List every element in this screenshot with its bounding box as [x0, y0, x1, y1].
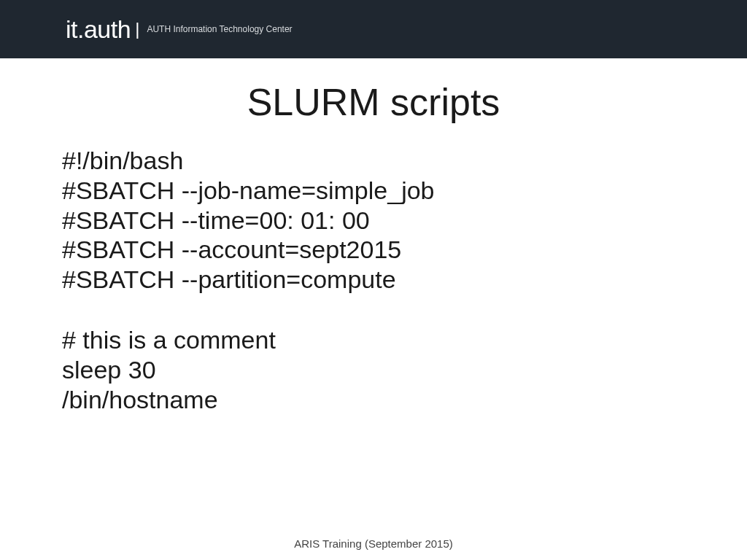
- script-block-2: # this is a comment sleep 30 /bin/hostna…: [62, 325, 685, 414]
- content-area: #!/bin/bash #SBATCH --job-name=simple_jo…: [0, 146, 747, 414]
- script-line: #!/bin/bash: [62, 146, 685, 176]
- script-line: #SBATCH --time=00: 01: 00: [62, 206, 685, 236]
- logo-separator: |: [135, 19, 139, 39]
- logo-it: it: [66, 15, 77, 44]
- script-line: #SBATCH --partition=compute: [62, 265, 685, 295]
- script-line: # this is a comment: [62, 325, 685, 355]
- footer-text: ARIS Training (September 2015): [294, 537, 453, 550]
- logo-dot: .: [77, 15, 84, 44]
- title-area: SLURM scripts: [0, 80, 747, 124]
- script-line: #SBATCH --job-name=simple_job: [62, 176, 685, 206]
- logo-auth: auth: [84, 15, 131, 44]
- footer: ARIS Training (September 2015): [0, 537, 747, 550]
- script-line: /bin/hostname: [62, 385, 685, 415]
- script-block-1: #!/bin/bash #SBATCH --job-name=simple_jo…: [62, 146, 685, 295]
- script-line: #SBATCH --account=sept2015: [62, 235, 685, 265]
- slide-title: SLURM scripts: [0, 80, 747, 124]
- logo-tagline: AUTH Information Technology Center: [147, 24, 292, 34]
- header-bar: it.auth | AUTH Information Technology Ce…: [0, 0, 747, 58]
- script-line: sleep 30: [62, 355, 685, 385]
